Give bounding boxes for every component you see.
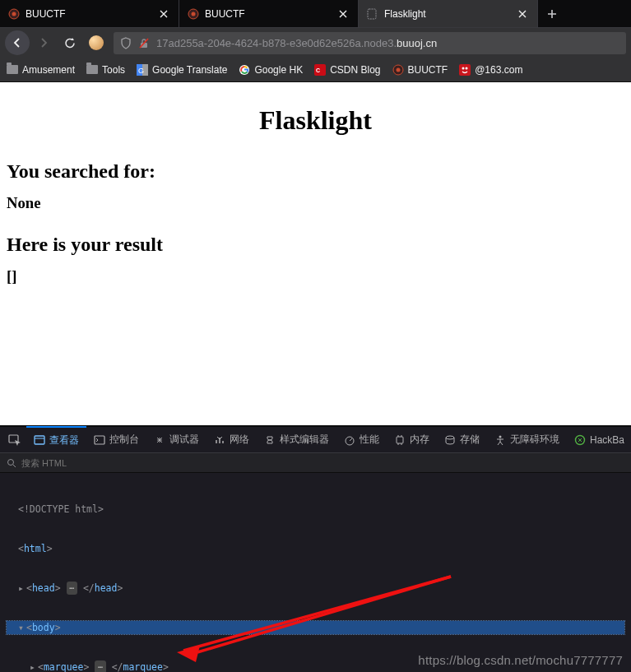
devtools-picker-button[interactable] (3, 427, 26, 453)
svg-line-32 (13, 465, 16, 467)
svg-rect-19 (35, 436, 44, 444)
svg-point-1 (12, 12, 16, 16)
tab-title: Flasklight (384, 8, 510, 20)
forward-button[interactable] (31, 30, 56, 55)
svg-text:C: C (316, 67, 320, 73)
searched-for-value: None (7, 194, 624, 212)
nav-bar: 17ad255a-204e-4624-b878-e3e0d62e526a.nod… (0, 27, 631, 58)
devtools-tab-label: 性能 (360, 433, 379, 447)
devtools-tab-inspector[interactable]: 查看器 (26, 426, 86, 452)
bookmark-label: Google HK (254, 64, 303, 76)
google-icon (239, 64, 250, 76)
bookmark-163[interactable]: @163.com (459, 64, 522, 76)
svg-point-17 (466, 67, 468, 69)
bookmark-csdn[interactable]: C CSDN Blog (314, 64, 380, 76)
network-icon (214, 434, 225, 446)
new-tab-button[interactable] (538, 0, 566, 27)
bookmark-google-hk[interactable]: Google HK (239, 64, 303, 76)
result-heading: Here is your result (7, 234, 624, 256)
devtools-tab-label: 调试器 (169, 433, 199, 447)
devtools-tab-label: 无障碍环境 (510, 433, 559, 447)
devtools-search-bar[interactable] (0, 453, 631, 473)
svg-rect-23 (397, 437, 403, 443)
devtools-tab-label: 样式编辑器 (280, 433, 329, 447)
search-icon (7, 458, 16, 468)
close-icon[interactable] (516, 7, 529, 21)
devtools-tab-hackbar[interactable]: HackBa (567, 427, 631, 453)
reload-button[interactable] (58, 30, 82, 55)
devtools-panel: 查看器 控制台 调试器 网络 样式编辑器 性能 内存 存储 (0, 425, 631, 672)
devtools-tab-network[interactable]: 网络 (206, 427, 257, 453)
bookmark-label: BUUCTF (408, 64, 448, 76)
csdn-icon: C (314, 64, 326, 76)
tab-title: BUUCTF (205, 8, 331, 20)
style-icon (264, 434, 276, 446)
devtools-source-view[interactable]: <!DOCTYPE html> <html> ▸<head> ⋯ </head>… (0, 473, 631, 672)
bookmark-label: Amusement (22, 64, 75, 76)
bookmark-buuctf[interactable]: BUUCTF (392, 64, 448, 76)
storage-icon (444, 434, 456, 446)
result-value: [] (7, 267, 624, 285)
src-html-open[interactable]: <html> (7, 542, 624, 555)
page-content: Flasklight You searched for: None Here i… (0, 82, 631, 425)
debugger-icon (154, 434, 165, 446)
url-bar[interactable]: 17ad255a-204e-4624-b878-e3e0d62e526a.nod… (114, 32, 626, 54)
devtools-tab-label: HackBa (590, 434, 624, 446)
tab-buuctf-1[interactable]: BUUCTF (0, 0, 179, 27)
src-doctype: <!DOCTYPE html> (18, 503, 104, 515)
close-icon[interactable] (336, 7, 350, 21)
svg-point-31 (8, 459, 14, 465)
svg-point-29 (499, 435, 502, 438)
svg-point-3 (192, 12, 196, 16)
devtools-tab-label: 网络 (230, 433, 249, 447)
folder-icon (86, 64, 98, 76)
back-button[interactable] (5, 30, 30, 55)
src-body-open[interactable]: ▾<body> (7, 621, 624, 634)
svg-point-14 (396, 67, 400, 72)
bookmark-label: Tools (102, 64, 125, 76)
tab-buuctf-2[interactable]: BUUCTF (179, 0, 359, 27)
blank-favicon (367, 8, 378, 20)
devtools-tab-storage[interactable]: 存储 (437, 427, 487, 453)
tab-strip: BUUCTF BUUCTF Flasklight (0, 0, 631, 27)
searched-for-heading: You searched for: (7, 160, 624, 183)
url-text: 17ad255a-204e-4624-b878-e3e0d62e526a.nod… (156, 37, 619, 49)
devtools-tab-label: 控制台 (109, 433, 139, 447)
devtools-tab-perf[interactable]: 性能 (336, 427, 387, 453)
buu-favicon (188, 8, 199, 20)
devtools-tab-debugger[interactable]: 调试器 (146, 427, 206, 453)
gtranslate-icon: G (137, 64, 148, 76)
console-icon (94, 434, 105, 446)
devtools-search-input[interactable] (21, 458, 624, 468)
163-icon (459, 64, 471, 76)
memory-icon (394, 434, 406, 446)
bookmark-google-translate[interactable]: G Google Translate (137, 64, 227, 76)
svg-rect-4 (368, 9, 376, 19)
devtools-tab-style[interactable]: 样式编辑器 (257, 427, 336, 453)
folder-icon (7, 64, 18, 76)
shield-icon (120, 37, 132, 49)
svg-point-28 (446, 436, 454, 439)
bookmark-label: @163.com (475, 64, 522, 76)
devtools-tab-accessibility[interactable]: 无障碍环境 (487, 427, 567, 453)
devtools-tab-console[interactable]: 控制台 (86, 427, 146, 453)
tab-flasklight[interactable]: Flasklight (359, 0, 538, 27)
connection-insecure-icon (138, 37, 150, 49)
devtools-tab-label: 内存 (410, 433, 429, 447)
accessibility-icon (494, 434, 506, 446)
devtools-tabs: 查看器 控制台 调试器 网络 样式编辑器 性能 内存 存储 (0, 427, 631, 453)
bookmark-tools[interactable]: Tools (86, 64, 125, 76)
tab-title: BUUCTF (26, 8, 151, 20)
perf-icon (344, 434, 355, 446)
buu-favicon (8, 8, 20, 20)
buu-icon (392, 64, 404, 76)
src-head[interactable]: ▸<head> ⋯ </head> (7, 582, 624, 595)
bookmarks-bar: Amusement Tools G Google Translate Googl… (0, 58, 631, 82)
close-icon[interactable] (157, 7, 170, 21)
svg-point-16 (462, 67, 465, 69)
devtools-tab-memory[interactable]: 内存 (387, 427, 437, 453)
bookmark-amusement[interactable]: Amusement (7, 64, 75, 76)
hackbar-icon (574, 434, 586, 446)
profile-identity-icon[interactable] (89, 35, 104, 50)
watermark-text: https://blog.csdn.net/mochu7777777 (418, 653, 623, 667)
